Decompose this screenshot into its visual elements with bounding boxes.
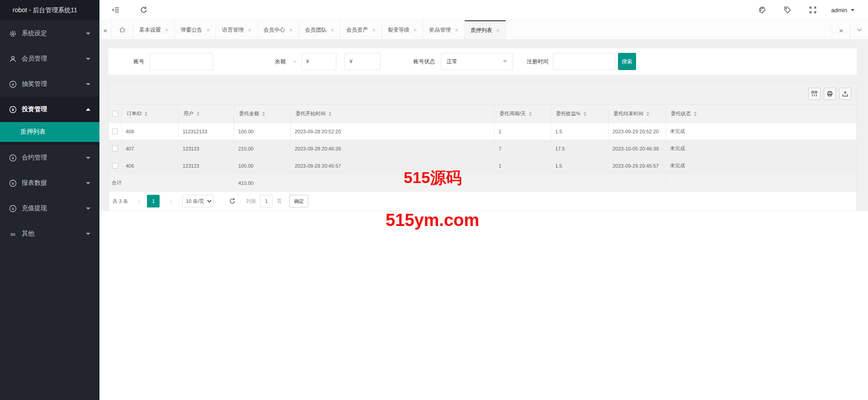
close-icon[interactable]: ×	[330, 27, 334, 33]
table-toolbar	[109, 83, 856, 105]
sort-icon[interactable]	[197, 112, 199, 116]
close-icon[interactable]: ×	[248, 27, 251, 33]
sidebar: robot - 后台管理系统11 系统设定 会员管理 ¥ 抽奖管理	[0, 0, 99, 400]
column-header[interactable]: 委托周期/天	[495, 105, 551, 122]
sidebar-item-label: 报表数据	[22, 179, 86, 187]
collapse-sidebar-icon[interactable]	[112, 6, 120, 14]
sort-icon[interactable]	[584, 112, 586, 116]
select-all-checkbox[interactable]	[112, 111, 118, 117]
current-page-button[interactable]: 1	[147, 195, 160, 207]
tab[interactable]: 裂变等级 ×	[382, 20, 424, 39]
confirm-page-button[interactable]: 确定	[289, 195, 308, 207]
fullscreen-icon[interactable]	[809, 6, 817, 14]
tabs-scroll-left-icon[interactable]: «	[99, 20, 112, 39]
row-checkbox[interactable]	[112, 163, 118, 169]
register-time-input[interactable]	[553, 53, 615, 70]
close-icon[interactable]: ×	[455, 27, 458, 33]
export-icon[interactable]	[839, 88, 851, 100]
next-page-icon[interactable]: ›	[168, 198, 174, 205]
column-header[interactable]: 委托状态	[666, 105, 856, 122]
admin-dropdown[interactable]: admin	[831, 7, 854, 14]
tab[interactable]: 质押列表 ×	[465, 20, 506, 39]
chevron-down-icon	[86, 233, 90, 235]
close-icon[interactable]: ×	[496, 28, 500, 33]
sort-icon[interactable]	[262, 112, 265, 116]
infinity-icon: ∞	[9, 230, 17, 238]
sidebar-item-contract[interactable]: ¥ 合约管理	[0, 145, 99, 170]
print-icon[interactable]	[824, 88, 836, 100]
total-amount-cell: 410.00	[234, 174, 291, 191]
sidebar-item-label: 其他	[22, 230, 86, 238]
close-icon[interactable]: ×	[289, 27, 293, 33]
tab[interactable]: 会员团队 ×	[299, 20, 340, 39]
cell-order-id: 406	[122, 157, 179, 174]
sidebar-item-system[interactable]: 系统设定	[0, 21, 99, 46]
chevron-down-icon	[503, 60, 507, 63]
cell-amount: 100.00	[234, 123, 291, 140]
tab-label: 会员资产	[346, 26, 368, 34]
balance-min-input[interactable]	[301, 53, 336, 70]
sidebar-item-label: 充值提现	[22, 204, 86, 212]
theme-palette-icon[interactable]	[758, 6, 766, 14]
columns-filter-icon[interactable]	[808, 88, 821, 100]
sort-icon[interactable]	[694, 112, 697, 116]
sidebar-item-reports[interactable]: ¥ 报表数据	[0, 170, 99, 196]
column-header[interactable]: 订单ID	[122, 105, 179, 122]
close-icon[interactable]: ×	[207, 27, 210, 33]
sidebar-item-investment[interactable]: ¥ 投资管理	[0, 97, 99, 122]
sidebar-item-members[interactable]: 会员管理	[0, 46, 99, 71]
row-checkbox[interactable]	[112, 128, 118, 134]
row-checkbox[interactable]	[112, 146, 118, 151]
balance-max-input[interactable]	[344, 53, 381, 70]
sidebar-item-deposit-withdraw[interactable]: ¥ 充值提现	[0, 196, 99, 221]
column-header[interactable]: 委托结束时间	[609, 105, 666, 122]
select-all-cell	[109, 105, 122, 122]
cell-user: 123123	[179, 157, 234, 174]
home-tab[interactable]	[112, 20, 133, 39]
search-button[interactable]: 搜索	[618, 53, 636, 70]
table-row: 408 112312133 100.00 2023-09-28 20:52:20…	[109, 123, 856, 140]
page-size-select[interactable]: 10 条/页	[182, 195, 213, 207]
sort-icon[interactable]	[529, 112, 532, 116]
tab[interactable]: 语言管理 ×	[216, 20, 258, 39]
cell-start-time: 2023-09-28 20:52:20	[291, 123, 495, 140]
sidebar-item-label: 抽奖管理	[22, 80, 86, 88]
column-header[interactable]: 用户	[179, 105, 234, 122]
sort-icon[interactable]	[646, 112, 649, 116]
gear-icon	[9, 30, 17, 38]
tabs-menu-icon[interactable]	[850, 20, 868, 39]
column-header[interactable]: 委托金额	[234, 105, 291, 122]
tab[interactable]: 奖品管理 ×	[423, 20, 465, 39]
cell-status: 未完成	[666, 123, 856, 140]
sort-icon[interactable]	[329, 112, 331, 116]
account-status-select[interactable]: 正常	[441, 53, 513, 70]
tab[interactable]: 会员资产 ×	[340, 20, 382, 39]
sort-icon[interactable]	[145, 112, 147, 116]
tab-label: 会员团队	[305, 26, 326, 34]
app-title: robot - 后台管理系统11	[0, 0, 99, 20]
sidebar-item-other[interactable]: ∞ 其他	[0, 221, 99, 246]
range-separator: -	[294, 58, 296, 65]
close-icon[interactable]: ×	[165, 27, 169, 33]
goto-page-input[interactable]	[260, 195, 273, 207]
column-header[interactable]: 委托收益%	[551, 105, 609, 122]
table-row: 406 123123 100.00 2023-09-28 20:45:57 1 …	[109, 157, 856, 174]
close-icon[interactable]: ×	[414, 27, 417, 33]
sidebar-subitem-pledge-list[interactable]: 质押列表	[0, 122, 99, 142]
tag-icon[interactable]	[783, 6, 792, 14]
tab[interactable]: 弹窗公告 ×	[175, 20, 217, 39]
chevron-down-icon	[851, 9, 854, 11]
tabs-scroll-right-icon[interactable]: »	[832, 20, 850, 39]
prev-page-icon[interactable]: ‹	[136, 198, 142, 205]
yen-circle-icon: ¥	[9, 205, 17, 212]
cell-order-id: 407	[122, 140, 179, 157]
close-icon[interactable]: ×	[372, 27, 376, 33]
total-label-cell: 合计	[109, 174, 122, 191]
tab[interactable]: 基本设置 ×	[133, 20, 175, 39]
sidebar-item-lottery[interactable]: ¥ 抽奖管理	[0, 71, 99, 97]
column-header[interactable]: 委托开始时间	[291, 105, 495, 122]
tab[interactable]: 会员中心 ×	[258, 20, 299, 39]
refresh-icon[interactable]	[140, 6, 148, 14]
account-input[interactable]	[150, 53, 213, 70]
refresh-table-icon[interactable]	[229, 198, 236, 205]
